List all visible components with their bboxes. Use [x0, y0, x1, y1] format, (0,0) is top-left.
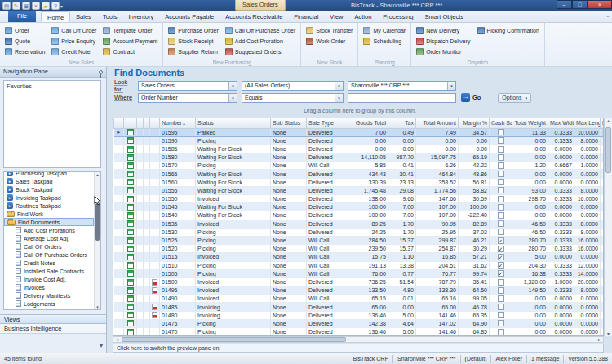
context-tab-sales-orders[interactable]: Sales Orders [235, 0, 286, 11]
table-row[interactable]: 01485InvoicingNoneDelivered65.000.0065.0… [114, 303, 605, 311]
cash-sale-checkbox[interactable] [498, 312, 504, 318]
table-row[interactable]: 01505PickingNoneWill Call76.000.7776.779… [114, 269, 605, 277]
table-row[interactable]: 01510PickingNoneWill Call191.1313.38204.… [114, 261, 605, 269]
table-row[interactable]: 01570PickingNoneWill Call5.850.416.2642.… [114, 162, 605, 170]
table-row[interactable]: 01480InvoicingNoneDelivered136.465.00141… [114, 311, 605, 319]
nav-section-views[interactable]: Views [0, 314, 106, 324]
column-header-sale-type[interactable]: Sale Type [307, 118, 344, 128]
grid-horizontal-scrollbar[interactable]: ◂ ▸ [113, 336, 604, 343]
sidebar-item-stock-taskpad[interactable]: ▸Stock Taskpad [4, 185, 94, 193]
tab-financial[interactable]: Financial [288, 11, 324, 22]
cash-sale-checkbox[interactable] [498, 329, 504, 335]
branch-select[interactable]: Sharonville *** CRP ***▾ [348, 81, 456, 91]
stock-receipt-button[interactable]: Stock Receipt [166, 36, 220, 47]
scroll-up-icon[interactable]: ▴ [95, 172, 100, 177]
document-subtype-select[interactable]: (All Sales Orders)▾ [242, 81, 344, 91]
column-header-margin-[interactable]: Margin % [459, 118, 490, 128]
nav-section-business-intelligence[interactable]: Business Intelligence [0, 324, 106, 334]
cash-sale-checkbox[interactable]: ✓ [498, 237, 504, 244]
call-off-purchase-order-button[interactable]: Call Off Purchase Order [224, 25, 298, 36]
sidebar-item-call-off-purchase-orders[interactable]: Call Off Purchase Orders [4, 251, 94, 259]
nav-options-chevron-icon[interactable]: ▾ [100, 342, 103, 349]
price-enquiry-button[interactable]: Price Enquiry [50, 36, 98, 47]
cash-sale-checkbox[interactable] [498, 304, 504, 310]
cash-sale-checkbox[interactable] [498, 187, 504, 193]
column-header-max-length[interactable]: Max Length [574, 118, 601, 128]
account-payment-button[interactable]: Account Payment [101, 36, 159, 47]
sidebar-item-find-work[interactable]: Find Work [4, 210, 94, 218]
grid-vscroll-thumb[interactable] [605, 127, 611, 173]
tab-view[interactable]: View [324, 11, 348, 22]
options-button[interactable]: Options▾ [498, 93, 531, 103]
pin-icon[interactable] [99, 70, 103, 74]
supplier-return-button[interactable]: Supplier Return [166, 47, 220, 57]
tab-sales[interactable]: Sales [70, 11, 97, 22]
scroll-down-icon[interactable]: ▾ [605, 331, 612, 336]
column-header-number[interactable]: Number ▴ [160, 118, 196, 128]
column-header-status[interactable]: Status [196, 118, 271, 128]
scheduling-button[interactable]: Scheduling [361, 36, 407, 47]
order-monitor-button[interactable]: Order Monitor [415, 47, 472, 57]
sidebar-item-lodgements[interactable]: Lodgements [4, 300, 94, 308]
where-field-select[interactable]: Order Number▾ [138, 93, 237, 103]
help-icon[interactable]: ? [51, 2, 60, 10]
grid-hscroll-thumb[interactable] [122, 337, 346, 342]
tab-accounts-payable[interactable]: Accounts Payable [159, 11, 220, 22]
cash-sale-checkbox[interactable] [498, 154, 504, 161]
tab-processing[interactable]: Processing [377, 11, 419, 22]
close-button[interactable]: × [588, 0, 612, 9]
purchase-order-button[interactable]: Purchase Order [166, 25, 220, 36]
column-header-cash-sale[interactable]: Cash Sale [490, 118, 512, 128]
contract-button[interactable]: Contract [101, 47, 159, 57]
picking-confirmation-button[interactable]: Picking Confirmation [476, 25, 541, 36]
quote-button[interactable]: Quote [3, 36, 47, 47]
column-header-goods-total[interactable]: Goods Total [344, 118, 388, 128]
column-header-max-width[interactable]: Max Width [548, 118, 574, 128]
sidebar-item-invoice-cost-adj-[interactable]: Invoice Cost Adj. [4, 275, 94, 283]
credit-note-button[interactable]: Credit Note [50, 47, 98, 57]
group-by-zone[interactable]: Drag a column here to group by this colu… [113, 106, 607, 116]
chevron-down-icon[interactable]: ▾ [335, 82, 343, 90]
cash-sale-checkbox[interactable]: ✓ [498, 246, 504, 252]
sidebar-item-sales-taskpad[interactable]: ▸Sales Taskpad [4, 177, 94, 185]
table-row[interactable]: 01550InvoicedNoneDelivered138.009.66147.… [114, 195, 605, 203]
cash-sale-checkbox[interactable] [498, 320, 504, 326]
column-header-total-weight[interactable]: Total Weight [512, 118, 548, 128]
table-row[interactable]: 01530PickingNoneDelivered24.251.7025.953… [114, 228, 605, 236]
cash-sale-checkbox[interactable] [498, 171, 504, 177]
scroll-right-icon[interactable]: ▸ [596, 337, 603, 343]
sidebar-item-routines-taskpad[interactable]: ▸Routines Taskpad [4, 202, 94, 210]
cash-sale-checkbox[interactable] [498, 229, 504, 235]
table-row[interactable]: 01495InvoicedNoneDelivered133.504.80138.… [114, 286, 605, 295]
table-row[interactable]: 01565Waiting For StockNoneDelivered434.4… [114, 170, 605, 178]
chevron-down-icon[interactable]: ▾ [335, 94, 343, 102]
table-row[interactable]: 01525PickingNoneWill Call284.5015.37299.… [114, 236, 605, 244]
cash-sale-checkbox[interactable] [498, 146, 504, 153]
column-header-sub-status[interactable]: Sub Status [271, 118, 307, 128]
go-button[interactable]: → Go [461, 93, 481, 102]
table-row[interactable]: 01470PickingNoneDelivered136.465.00141.4… [114, 328, 605, 336]
reservation-button[interactable]: Reservation [3, 47, 47, 57]
nav-scroll-thumb[interactable] [95, 203, 100, 241]
qat-dropdown-icon[interactable]: ▾ [60, 3, 63, 9]
table-row[interactable]: 01535InvoicedNoneDelivered89.251.7090.95… [114, 220, 605, 228]
tab-tools[interactable]: Tools [97, 11, 123, 22]
cash-sale-checkbox[interactable]: ✓ [498, 262, 504, 269]
cash-sale-checkbox[interactable] [498, 295, 504, 302]
dispatch-delivery-button[interactable]: Dispatch Delivery [415, 36, 472, 47]
chevron-down-icon[interactable]: ▾ [228, 94, 237, 102]
sidebar-item-invoicing-taskpad[interactable]: ▸Invoicing Taskpad [4, 193, 94, 202]
new-delivery-button[interactable]: New Delivery [415, 25, 472, 36]
table-row[interactable]: 01555Waiting For StockNoneDelivered1,745… [114, 186, 605, 194]
chevron-down-icon[interactable]: ▾ [228, 82, 237, 90]
sidebar-item-credit-notes[interactable]: Credit Notes [4, 259, 94, 267]
cash-sale-checkbox[interactable] [498, 279, 504, 286]
cash-sale-checkbox[interactable] [498, 212, 504, 219]
where-value-input[interactable] [348, 93, 456, 103]
table-row[interactable]: 01560Waiting For StockNoneDelivered330.3… [114, 178, 605, 186]
cash-sale-checkbox[interactable]: ✓ [498, 254, 504, 260]
cash-sale-checkbox[interactable] [498, 204, 504, 211]
work-order-button[interactable]: Work Order [304, 36, 354, 47]
my-calendar-button[interactable]: My Calendar [361, 25, 407, 36]
table-row[interactable]: 01520PickingNoneWill Call239.5015.37254.… [114, 245, 605, 253]
